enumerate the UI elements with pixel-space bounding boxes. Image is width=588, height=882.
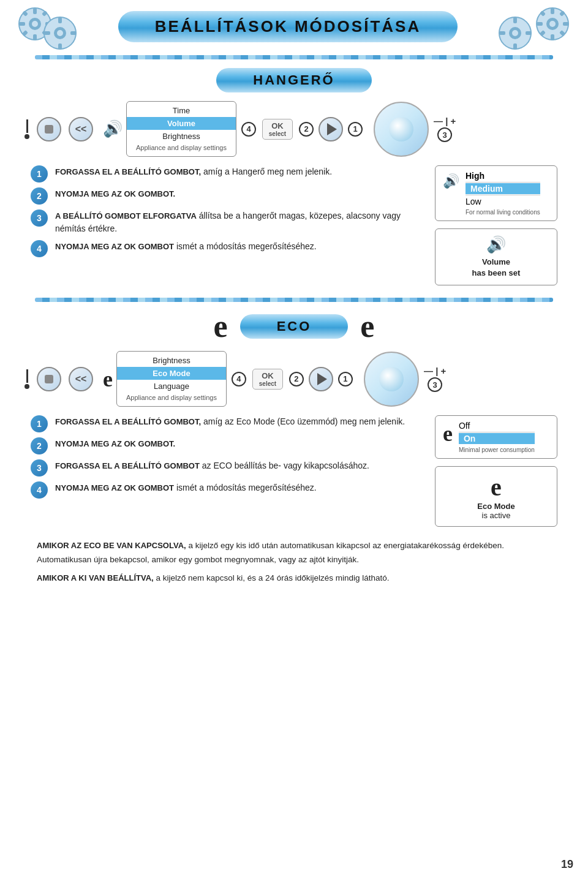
ok-select-button-2[interactable]: OK select	[252, 369, 283, 390]
step-num-4: 4	[31, 240, 48, 257]
eco-active-text2: is active	[448, 511, 545, 520]
eco-step1: 1 Forgassa el a beállító gombot, amíg az…	[31, 415, 423, 432]
section1-title-container: HANGERŐ	[12, 68, 576, 92]
badge-1-s2: 1	[338, 372, 353, 386]
step1-text: Forgassa el a beállító gombot, amíg a Ha…	[55, 165, 332, 178]
menu-item-ecomode[interactable]: Eco Mode	[117, 367, 226, 380]
note2-bold: Amikor a KI van beállítva,	[37, 573, 154, 582]
menu-item-brightness-2[interactable]: Brightness	[117, 354, 226, 367]
section1-content: 1 Forgassa el a beállító gombot, amíg a …	[12, 162, 576, 289]
skip-back-button[interactable]: <<	[69, 117, 93, 141]
svg-point-13	[57, 30, 63, 36]
svg-rect-30	[537, 22, 543, 26]
menu-label: Appliance and display settings	[127, 143, 236, 154]
menu-label-2: Appliance and display settings	[117, 393, 226, 404]
play-button[interactable]	[318, 117, 343, 141]
eco-off: Off	[459, 421, 535, 432]
eco-step4-text: Nyomja meg az OK gombot ismét a módosítá…	[55, 481, 317, 494]
svg-rect-3	[33, 8, 37, 14]
svg-rect-31	[563, 22, 569, 26]
svg-rect-23	[499, 31, 505, 35]
svg-rect-17	[70, 31, 77, 35]
volume-level-box: 🔊 High Medium Low For normal living cond…	[435, 165, 557, 221]
eco-step1-text: Forgassa el a beállító gombot, amíg az E…	[55, 415, 405, 428]
section1-steps: 1 Forgassa el a beállító gombot, amíg a …	[31, 165, 423, 257]
svg-rect-21	[513, 17, 517, 23]
eco-step-num-1: 1	[31, 415, 48, 432]
svg-rect-28	[551, 8, 554, 14]
note2: Amikor a KI van beállítva, a kijelző nem…	[37, 571, 551, 585]
svg-rect-15	[58, 43, 62, 50]
section2-info: e Off On Minimal power consumption e Eco…	[435, 415, 557, 527]
vol-high: High	[466, 171, 540, 183]
menu-item-language[interactable]: Language	[117, 380, 226, 393]
eco-active-text1: Eco Mode	[448, 502, 545, 511]
page-title: BEÁLLÍTÁSOK MÓDOSÍTÁSA	[155, 17, 421, 36]
eco-step4: 4 Nyomja meg az OK gombot ismét a módosí…	[31, 481, 423, 499]
eco-step-num-4: 4	[31, 481, 48, 499]
ok-label: OK	[268, 121, 287, 130]
svg-point-27	[549, 21, 556, 27]
eco-symbol-right: e	[360, 311, 374, 342]
eco-menu-container: e Brightness Eco Mode Language Appliance…	[103, 351, 227, 407]
step-num-1: 1	[31, 165, 48, 183]
section2-content: 1 Forgassa el a beállító gombot, amíg az…	[12, 412, 576, 530]
svg-rect-36	[45, 125, 53, 134]
ctrl-knob-small[interactable]	[37, 117, 61, 141]
eco-step-num-2: 2	[31, 437, 48, 454]
power-indicator-col	[24, 119, 29, 139]
sound-icon: 🔊	[103, 119, 123, 138]
menu-container: 🔊 Time Volume Brightness Appliance and d…	[103, 101, 236, 157]
svg-rect-16	[44, 31, 50, 35]
play-button-2[interactable]	[309, 367, 333, 391]
ok-label-2: OK	[258, 371, 277, 380]
note2-text: a kijelző nem kapcsol ki, és a 24 órás i…	[154, 573, 390, 582]
section2-title-box: ECO	[240, 314, 349, 339]
badge-2: 2	[299, 122, 314, 137]
step2-text: Nyomja meg az OK gombot.	[55, 187, 175, 200]
ctrl-knob-small-2[interactable]	[37, 367, 61, 391]
section2-controls: << e Brightness Eco Mode Language Applia…	[12, 346, 576, 412]
eco-status-box: e Off On Minimal power consumption	[435, 415, 557, 459]
main-knob-large[interactable]	[374, 102, 429, 157]
vol-low: Low	[466, 195, 540, 206]
plus-minus-col: — | + 3	[434, 116, 456, 142]
svg-point-2	[32, 21, 38, 27]
svg-rect-37	[45, 375, 53, 383]
power-indicator-col-2	[24, 369, 29, 389]
page-number: 19	[561, 858, 573, 871]
section2-title-container: e ECO e	[12, 311, 576, 342]
step-num-3: 3	[31, 209, 48, 227]
svg-rect-22	[513, 43, 517, 50]
svg-rect-24	[526, 31, 532, 35]
note1: Amikor az ECO be van kapcsolva, a kijelz…	[37, 539, 551, 567]
svg-point-20	[512, 30, 518, 36]
section1-title-box: HANGERŐ	[216, 68, 371, 92]
menu-item-brightness[interactable]: Brightness	[127, 130, 236, 143]
step1: 1 Forgassa el a beállító gombot, amíg a …	[31, 165, 423, 183]
badge-1: 1	[348, 122, 363, 137]
eco-on: On	[459, 433, 535, 444]
section1-controls: << 🔊 Time Volume Brightness Appliance an…	[12, 96, 576, 162]
menu-item-volume[interactable]: Volume	[127, 117, 236, 130]
menu-item-time[interactable]: Time	[127, 104, 236, 117]
ok-select-button[interactable]: OK select	[262, 119, 293, 140]
skip-back-button-2[interactable]: <<	[69, 367, 93, 391]
eco-active-icon: e	[448, 473, 545, 502]
main-knob-large-2[interactable]	[364, 352, 419, 407]
select-label-2: select	[258, 380, 277, 387]
section1-menu: Time Volume Brightness Appliance and dis…	[126, 101, 236, 157]
badge-4-s2: 4	[232, 372, 246, 386]
note1-bold: Amikor az ECO be van kapcsolva,	[37, 541, 186, 550]
eco-icon-status: e	[443, 421, 453, 447]
badge-4: 4	[241, 122, 256, 137]
eco-power-label: Minimal power consumption	[459, 447, 535, 453]
notes-section: Amikor az ECO be van kapcsolva, a kijelz…	[12, 530, 576, 597]
eco-menu-icon: e	[103, 366, 113, 392]
top-divider	[35, 55, 553, 59]
eco-step3: 3 Forgassa el a beállító gombot az ECO b…	[31, 459, 423, 477]
plus-minus-col-2: — | + 3	[424, 366, 446, 392]
step2: 2 Nyomja meg az OK gombot.	[31, 187, 423, 205]
volume-set-icon: 🔊	[448, 235, 545, 254]
section1-info: 🔊 High Medium Low For normal living cond…	[435, 165, 557, 285]
